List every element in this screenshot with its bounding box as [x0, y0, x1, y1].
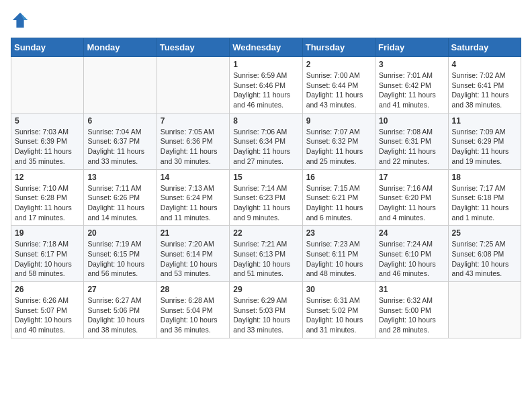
calendar-cell: 5Sunrise: 7:03 AM Sunset: 6:39 PM Daylig… — [11, 113, 84, 169]
day-number: 14 — [161, 173, 226, 182]
page-header — [11, 11, 521, 30]
day-info: Sunrise: 6:31 AM Sunset: 5:02 PM Dayligh… — [306, 295, 371, 335]
day-info: Sunrise: 7:23 AM Sunset: 6:11 PM Dayligh… — [306, 239, 371, 279]
day-number: 18 — [452, 173, 517, 182]
calendar-cell: 30Sunrise: 6:31 AM Sunset: 5:02 PM Dayli… — [302, 282, 375, 338]
day-number: 31 — [379, 285, 444, 294]
day-info: Sunrise: 7:18 AM Sunset: 6:17 PM Dayligh… — [15, 239, 80, 279]
day-number: 4 — [452, 60, 517, 69]
calendar-week-row: 26Sunrise: 6:26 AM Sunset: 5:07 PM Dayli… — [11, 282, 521, 338]
calendar-cell: 25Sunrise: 7:25 AM Sunset: 6:08 PM Dayli… — [448, 226, 521, 282]
logo — [11, 11, 32, 30]
day-info: Sunrise: 7:24 AM Sunset: 6:10 PM Dayligh… — [379, 239, 444, 279]
day-number: 21 — [161, 228, 226, 238]
day-info: Sunrise: 7:01 AM Sunset: 6:42 PM Dayligh… — [379, 71, 444, 110]
day-number: 22 — [233, 228, 298, 238]
day-info: Sunrise: 7:00 AM Sunset: 6:44 PM Dayligh… — [306, 71, 371, 110]
day-number: 23 — [306, 228, 371, 238]
day-info: Sunrise: 7:04 AM Sunset: 6:37 PM Dayligh… — [87, 127, 152, 167]
calendar-cell: 16Sunrise: 7:15 AM Sunset: 6:21 PM Dayli… — [302, 169, 375, 226]
calendar-cell: 3Sunrise: 7:01 AM Sunset: 6:42 PM Daylig… — [375, 57, 448, 113]
day-info: Sunrise: 7:19 AM Sunset: 6:15 PM Dayligh… — [87, 239, 152, 279]
day-info: Sunrise: 7:09 AM Sunset: 6:29 PM Dayligh… — [452, 127, 517, 167]
calendar-cell: 9Sunrise: 7:07 AM Sunset: 6:32 PM Daylig… — [302, 113, 375, 169]
day-info: Sunrise: 7:03 AM Sunset: 6:39 PM Dayligh… — [15, 127, 80, 167]
calendar-cell: 14Sunrise: 7:13 AM Sunset: 6:24 PM Dayli… — [157, 169, 229, 226]
day-number: 15 — [233, 173, 298, 182]
day-number: 28 — [161, 285, 226, 294]
day-info: Sunrise: 7:13 AM Sunset: 6:24 PM Dayligh… — [161, 183, 226, 223]
day-info: Sunrise: 7:20 AM Sunset: 6:14 PM Dayligh… — [161, 239, 226, 279]
calendar-cell: 6Sunrise: 7:04 AM Sunset: 6:37 PM Daylig… — [84, 113, 157, 169]
calendar-cell: 20Sunrise: 7:19 AM Sunset: 6:15 PM Dayli… — [84, 226, 157, 282]
calendar-table: SundayMondayTuesdayWednesdayThursdayFrid… — [11, 38, 521, 338]
calendar-cell: 4Sunrise: 7:02 AM Sunset: 6:41 PM Daylig… — [448, 57, 521, 113]
calendar-week-row: 12Sunrise: 7:10 AM Sunset: 6:28 PM Dayli… — [11, 169, 521, 226]
calendar-cell: 21Sunrise: 7:20 AM Sunset: 6:14 PM Dayli… — [157, 226, 229, 282]
calendar-cell: 23Sunrise: 7:23 AM Sunset: 6:11 PM Dayli… — [302, 226, 375, 282]
weekday-header-thursday: Thursday — [302, 38, 375, 57]
day-info: Sunrise: 7:06 AM Sunset: 6:34 PM Dayligh… — [233, 127, 298, 167]
calendar-week-row: 5Sunrise: 7:03 AM Sunset: 6:39 PM Daylig… — [11, 113, 521, 169]
day-number: 30 — [306, 285, 371, 294]
day-number: 10 — [379, 116, 444, 126]
calendar-cell: 11Sunrise: 7:09 AM Sunset: 6:29 PM Dayli… — [448, 113, 521, 169]
day-info: Sunrise: 7:17 AM Sunset: 6:18 PM Dayligh… — [452, 183, 517, 223]
calendar-cell: 8Sunrise: 7:06 AM Sunset: 6:34 PM Daylig… — [230, 113, 302, 169]
day-number: 29 — [233, 285, 298, 294]
day-info: Sunrise: 7:16 AM Sunset: 6:20 PM Dayligh… — [379, 183, 444, 223]
weekday-header-friday: Friday — [375, 38, 448, 57]
calendar-cell: 22Sunrise: 7:21 AM Sunset: 6:13 PM Dayli… — [230, 226, 302, 282]
day-number: 2 — [306, 60, 371, 69]
day-info: Sunrise: 7:21 AM Sunset: 6:13 PM Dayligh… — [233, 239, 298, 279]
logo-icon — [11, 11, 30, 30]
calendar-cell: 7Sunrise: 7:05 AM Sunset: 6:36 PM Daylig… — [157, 113, 229, 169]
day-number: 6 — [87, 116, 152, 126]
weekday-header-sunday: Sunday — [11, 38, 84, 57]
day-number: 8 — [233, 116, 298, 126]
calendar-cell: 27Sunrise: 6:27 AM Sunset: 5:06 PM Dayli… — [84, 282, 157, 338]
day-number: 19 — [15, 228, 80, 238]
day-info: Sunrise: 7:11 AM Sunset: 6:26 PM Dayligh… — [87, 183, 152, 223]
weekday-header-tuesday: Tuesday — [157, 38, 229, 57]
day-info: Sunrise: 7:05 AM Sunset: 6:36 PM Dayligh… — [161, 127, 226, 167]
day-number: 24 — [379, 228, 444, 238]
day-number: 11 — [452, 116, 517, 126]
calendar-cell: 12Sunrise: 7:10 AM Sunset: 6:28 PM Dayli… — [11, 169, 84, 226]
calendar-cell: 24Sunrise: 7:24 AM Sunset: 6:10 PM Dayli… — [375, 226, 448, 282]
calendar-cell: 26Sunrise: 6:26 AM Sunset: 5:07 PM Dayli… — [11, 282, 84, 338]
calendar-cell: 31Sunrise: 6:32 AM Sunset: 5:00 PM Dayli… — [375, 282, 448, 338]
calendar-cell: 1Sunrise: 6:59 AM Sunset: 6:46 PM Daylig… — [230, 57, 302, 113]
day-info: Sunrise: 7:25 AM Sunset: 6:08 PM Dayligh… — [452, 239, 517, 279]
calendar-cell: 28Sunrise: 6:28 AM Sunset: 5:04 PM Dayli… — [157, 282, 229, 338]
calendar-cell: 29Sunrise: 6:29 AM Sunset: 5:03 PM Dayli… — [230, 282, 302, 338]
calendar-cell: 18Sunrise: 7:17 AM Sunset: 6:18 PM Dayli… — [448, 169, 521, 226]
calendar-cell — [11, 57, 84, 113]
day-info: Sunrise: 7:15 AM Sunset: 6:21 PM Dayligh… — [306, 183, 371, 223]
day-number: 7 — [161, 116, 226, 126]
weekday-header-monday: Monday — [84, 38, 157, 57]
calendar-cell — [157, 57, 229, 113]
weekday-header-row: SundayMondayTuesdayWednesdayThursdayFrid… — [11, 38, 521, 57]
calendar-cell: 10Sunrise: 7:08 AM Sunset: 6:31 PM Dayli… — [375, 113, 448, 169]
day-number: 20 — [87, 228, 152, 238]
day-info: Sunrise: 7:14 AM Sunset: 6:23 PM Dayligh… — [233, 183, 298, 223]
day-number: 13 — [87, 173, 152, 182]
calendar-week-row: 19Sunrise: 7:18 AM Sunset: 6:17 PM Dayli… — [11, 226, 521, 282]
day-info: Sunrise: 7:08 AM Sunset: 6:31 PM Dayligh… — [379, 127, 444, 167]
calendar-cell: 13Sunrise: 7:11 AM Sunset: 6:26 PM Dayli… — [84, 169, 157, 226]
day-info: Sunrise: 6:59 AM Sunset: 6:46 PM Dayligh… — [233, 71, 298, 110]
day-number: 5 — [15, 116, 80, 126]
calendar-cell: 17Sunrise: 7:16 AM Sunset: 6:20 PM Dayli… — [375, 169, 448, 226]
day-number: 26 — [15, 285, 80, 294]
day-info: Sunrise: 6:28 AM Sunset: 5:04 PM Dayligh… — [161, 295, 226, 335]
weekday-header-wednesday: Wednesday — [230, 38, 302, 57]
day-info: Sunrise: 6:26 AM Sunset: 5:07 PM Dayligh… — [15, 295, 80, 335]
weekday-header-saturday: Saturday — [448, 38, 521, 57]
day-number: 17 — [379, 173, 444, 182]
day-number: 25 — [452, 228, 517, 238]
day-info: Sunrise: 7:10 AM Sunset: 6:28 PM Dayligh… — [15, 183, 80, 223]
day-info: Sunrise: 6:29 AM Sunset: 5:03 PM Dayligh… — [233, 295, 298, 335]
calendar-week-row: 1Sunrise: 6:59 AM Sunset: 6:46 PM Daylig… — [11, 57, 521, 113]
day-info: Sunrise: 7:07 AM Sunset: 6:32 PM Dayligh… — [306, 127, 371, 167]
